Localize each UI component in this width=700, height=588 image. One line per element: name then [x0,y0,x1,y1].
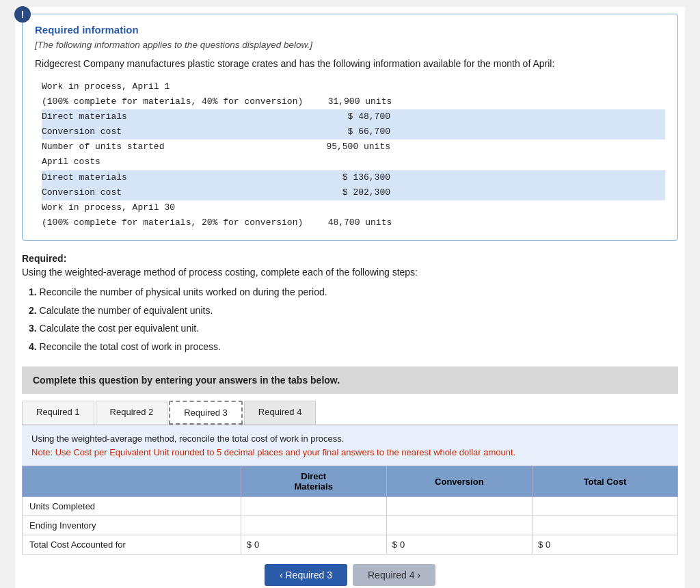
data-row: Work in process, April 30 [42,200,665,215]
data-table: Work in process, April 1 (100% complete … [35,79,665,230]
data-row-label: Direct materials [42,109,301,124]
answer-row-label: Total Cost Accounted for [23,535,241,554]
data-row-value [308,200,390,215]
step-item: 2. Calculate the number of equivalent un… [29,302,678,320]
answer-dm-cell[interactable] [241,497,386,516]
data-row-value [308,79,390,94]
conv-total-value: 0 [400,539,405,550]
required-title: Required: [22,253,678,264]
col-header-conv: Conversion [386,466,532,497]
data-row-value: 95,500 units [308,139,390,155]
data-row-value: $ 48,700 [308,109,390,124]
data-row: Direct materials$ 136,300 [42,170,665,185]
col-header-label [23,466,241,497]
dm-total-value: 0 [254,539,259,550]
answer-conv-cell: $0 [386,535,532,554]
answer-table: DirectMaterials Conversion Total Cost Un… [22,466,678,554]
data-row-label: Number of units started [42,139,301,155]
conv-input[interactable] [392,501,526,511]
info-box-intro: Ridgecrest Company manufactures plastic … [35,57,665,71]
complete-box-text: Complete this question by entering your … [33,375,340,386]
answer-conv-cell[interactable] [386,497,532,516]
data-row-value: 48,700 units [310,215,392,230]
back-arrow-icon: ‹ [280,570,283,580]
answer-conv-cell[interactable] [386,516,532,535]
info-box-subtitle: [The following information applies to th… [35,40,665,50]
instructions-area: Using the weighted-average method, recon… [22,425,678,466]
data-row-label: Work in process, April 30 [42,200,301,215]
info-box-title: Required information [35,24,665,36]
data-row: Work in process, April 1 [42,79,665,94]
answer-dm-cell[interactable] [241,516,386,535]
data-row: Number of units started95,500 units [42,139,665,155]
answer-row: Units Completed [23,497,678,516]
total-value: 0 [546,539,550,550]
complete-box: Complete this question by entering your … [22,366,678,394]
required3-back-button[interactable]: ‹ Required 3 [265,564,347,586]
required-intro: Using the weighted-average method of pro… [22,267,678,278]
answer-row: Ending Inventory [23,516,678,535]
tabs-container: Required 1Required 2Required 3Required 4 [22,401,678,425]
data-row-label: (100% complete for materials, 20% for co… [42,215,303,230]
data-row: (100% complete for materials, 40% for co… [42,94,665,109]
data-row: April costs [42,155,665,170]
answer-total-cell: $0 [532,535,677,554]
info-box: ! Required information [The following in… [22,14,678,241]
data-row-value: $ 202,300 [308,185,390,200]
dollar-sign: $ [392,539,397,550]
data-row-label: (100% complete for materials, 40% for co… [42,94,303,109]
data-row-value: 31,900 units [310,94,392,109]
data-row-value [308,155,390,170]
data-row-label: Conversion cost [42,185,301,200]
data-row: (100% complete for materials, 20% for co… [42,215,665,230]
instructions-main: Using the weighted-average method, recon… [31,432,669,446]
data-row-label: April costs [42,155,301,170]
data-row-label: Conversion cost [42,124,301,139]
total-input[interactable] [538,520,672,531]
dm-input[interactable] [247,520,381,531]
dm-input[interactable] [247,501,381,511]
instructions-note: Note: Use Cost per Equivalent Unit round… [31,446,669,459]
tab-req1[interactable]: Required 1 [22,401,94,425]
conv-input[interactable] [392,520,526,531]
step-item: 1. Reconcile the number of physical unit… [29,283,678,302]
answer-total-cell[interactable] [532,497,677,516]
answer-row-label: Units Completed [23,497,241,516]
answer-row-label: Ending Inventory [23,516,241,535]
data-row: Conversion cost$ 66,700 [42,124,665,139]
dollar-sign: $ [247,539,252,550]
col-header-dm: DirectMaterials [241,466,386,497]
tab-req2[interactable]: Required 2 [96,401,168,425]
required4-forward-button[interactable]: Required 4 › [353,564,435,586]
forward-arrow-icon: › [417,570,420,580]
data-row: Conversion cost$ 202,300 [42,185,665,200]
data-row-value: $ 136,300 [308,170,390,185]
total-input[interactable] [538,501,672,511]
page-container: ! Required information [The following in… [15,7,685,588]
data-row: Direct materials$ 48,700 [42,109,665,124]
tab-req3[interactable]: Required 3 [169,401,243,425]
step-item: 3. Calculate the cost per equivalent uni… [29,319,678,338]
required-section: Required: Using the weighted-average met… [22,253,678,356]
tab-req4[interactable]: Required 4 [244,401,317,425]
dollar-sign: $ [538,539,543,550]
answer-total-cell[interactable] [532,516,677,535]
nav-buttons: ‹ Required 3 Required 4 › [22,554,678,588]
data-row-value: $ 66,700 [308,124,390,139]
steps-list: 1. Reconcile the number of physical unit… [22,283,678,356]
data-row-label: Direct materials [42,170,301,185]
data-row-label: Work in process, April 1 [42,79,301,94]
answer-table-container: DirectMaterials Conversion Total Cost Un… [22,466,678,554]
answer-dm-cell: $0 [241,535,386,554]
info-icon: ! [14,6,31,23]
col-header-total: Total Cost [532,466,677,497]
answer-row: Total Cost Accounted for$0$0$0 [23,535,678,554]
step-item: 4. Reconcile the total cost of work in p… [29,338,678,356]
